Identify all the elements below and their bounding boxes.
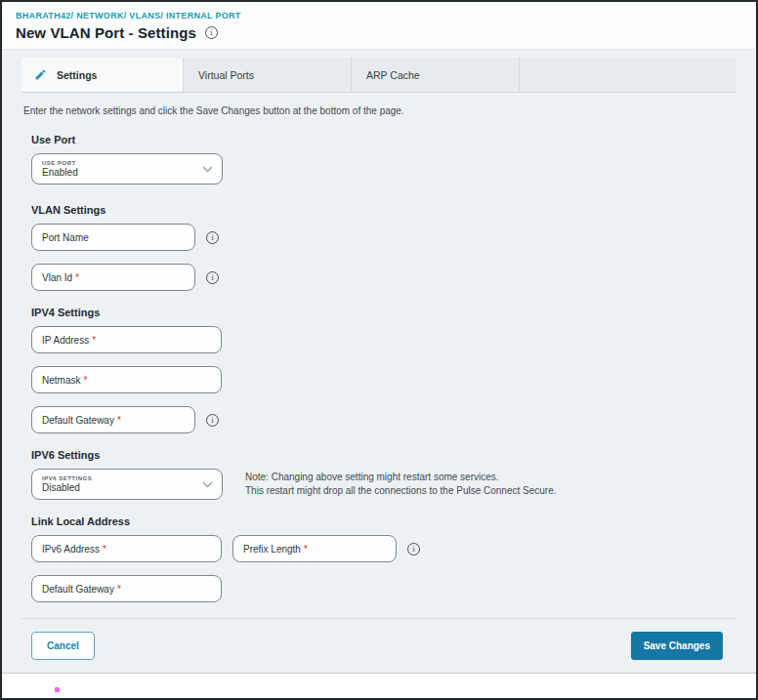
- ipv6-settings-heading: IPV6 Settings: [31, 449, 737, 461]
- tab-arp-cache-label: ARP Cache: [366, 69, 420, 81]
- required-asterisk: *: [117, 584, 121, 595]
- use-port-select[interactable]: USE PORT Enabled: [31, 153, 223, 185]
- cancel-button[interactable]: Cancel: [31, 632, 95, 660]
- vlan-id-info-icon[interactable]: i: [206, 271, 219, 284]
- ipv6-select-label: IPV6 SETTINGS: [42, 475, 196, 481]
- ip-address-placeholder: IP Address: [42, 335, 89, 346]
- use-port-select-value: Enabled: [42, 167, 196, 178]
- ipv6-address-placeholder: IPv6 Address: [42, 544, 100, 555]
- required-asterisk: *: [117, 415, 121, 426]
- tab-arp-cache[interactable]: ARP Cache: [351, 58, 519, 92]
- prefix-length-input[interactable]: Prefix Length*: [232, 535, 397, 562]
- vlan-id-input[interactable]: Vlan Id*: [31, 264, 195, 291]
- required-asterisk: *: [304, 544, 308, 555]
- netmask-input[interactable]: Netmask*: [31, 366, 222, 393]
- main-content: Settings Virtual Ports ARP Cache Enter t…: [2, 50, 756, 673]
- bottom-strip: [2, 673, 756, 698]
- required-asterisk: *: [92, 335, 96, 346]
- default-gateway-placeholder: Default Gateway: [42, 584, 114, 595]
- ipv6-settings-select[interactable]: IPV6 SETTINGS Disabled: [31, 469, 223, 500]
- pencil-icon: [34, 68, 47, 81]
- tab-bar: Settings Virtual Ports ARP Cache: [21, 58, 737, 93]
- netmask-placeholder: Netmask: [42, 375, 80, 386]
- port-name-input[interactable]: Port Name: [31, 224, 195, 251]
- ipv6-note-line2: This restart might drop all the connecti…: [245, 484, 557, 498]
- tab-virtual-ports-label: Virtual Ports: [198, 69, 254, 81]
- page-header: BHARATH42/ NETWORK/ VLANS/ INTERNAL PORT…: [2, 2, 756, 50]
- required-asterisk: *: [103, 544, 106, 555]
- ip-address-input[interactable]: IP Address*: [31, 326, 222, 353]
- vlan-settings-heading: VLAN Settings: [31, 204, 737, 216]
- port-name-placeholder: Port Name: [42, 232, 89, 243]
- page-title: New VLAN Port - Settings: [16, 24, 196, 41]
- ipv6-address-input[interactable]: IPv6 Address*: [31, 535, 222, 562]
- tab-settings-label: Settings: [57, 69, 97, 81]
- title-info-icon[interactable]: i: [205, 26, 218, 39]
- ipv4-default-gateway-input[interactable]: Default Gateway*: [31, 406, 195, 433]
- pink-marker-dot: [55, 687, 60, 692]
- ipv6-default-gateway-input[interactable]: Default Gateway*: [31, 575, 222, 602]
- breadcrumb[interactable]: BHARATH42/ NETWORK/ VLANS/ INTERNAL PORT: [16, 11, 742, 21]
- vlan-id-placeholder: Vlan Id: [42, 272, 72, 283]
- chevron-down-icon: [202, 166, 213, 173]
- use-port-heading: Use Port: [31, 134, 737, 145]
- chevron-down-icon: [202, 481, 213, 488]
- save-changes-button[interactable]: Save Changes: [631, 632, 723, 660]
- tab-settings[interactable]: Settings: [21, 58, 183, 92]
- link-local-heading: Link Local Address: [31, 515, 737, 527]
- use-port-select-label: USE PORT: [42, 160, 196, 166]
- default-gateway-placeholder: Default Gateway: [42, 415, 114, 426]
- settings-form: Use Port USE PORT Enabled VLAN Settings …: [21, 134, 737, 602]
- ipv4-settings-heading: IPV4 Settings: [31, 307, 737, 318]
- required-asterisk: *: [75, 272, 79, 283]
- tab-bar-filler: [519, 58, 737, 92]
- ipv6-restart-note: Note: Changing above setting might resta…: [245, 471, 557, 498]
- form-footer: Cancel Save Changes: [21, 618, 737, 673]
- ipv6-select-value: Disabled: [42, 482, 196, 493]
- instruction-text: Enter the network settings and click the…: [23, 105, 737, 116]
- ipv4-default-gateway-info-icon[interactable]: i: [206, 414, 219, 427]
- ipv6-note-line1: Note: Changing above setting might resta…: [245, 471, 557, 484]
- tab-virtual-ports[interactable]: Virtual Ports: [183, 58, 351, 92]
- required-asterisk: *: [83, 375, 87, 386]
- prefix-length-info-icon[interactable]: i: [407, 543, 420, 556]
- prefix-length-placeholder: Prefix Length: [243, 544, 301, 555]
- port-name-info-icon[interactable]: i: [206, 231, 219, 244]
